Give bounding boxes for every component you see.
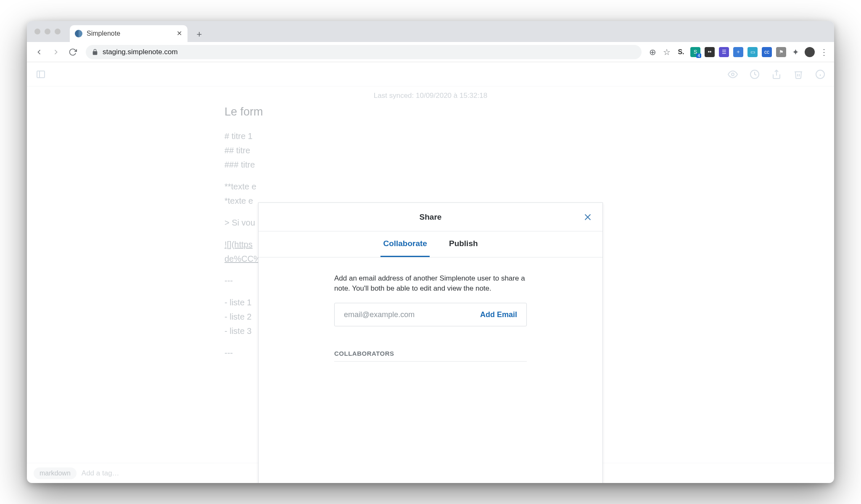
browser-toolbar: staging.simplenote.com ⊕ ☆ S. S4 •• ☰ ＋ … [27,42,834,62]
modal-header: Share [259,203,602,231]
address-bar[interactable]: staging.simplenote.com [86,45,642,59]
collaborators-heading: COLLABORATORS [334,350,527,362]
svg-rect-0 [37,71,45,78]
back-button[interactable] [32,45,46,59]
note-link[interactable]: ![](https [224,240,253,249]
sync-status: Last synced: 10/09/2020 à 15:32:18 [27,87,834,103]
email-input-row: Add Email [334,303,527,326]
modal-body: Add an email address of another Simpleno… [259,257,602,362]
trash-icon[interactable] [793,69,804,80]
browser-tab-strip: Simplenote ✕ + [27,21,834,42]
traffic-light-zoom[interactable] [55,29,61,34]
url-text: staging.simplenote.com [103,48,178,56]
share-icon[interactable] [771,69,782,80]
star-icon[interactable]: ☆ [662,47,672,57]
tab-close-icon[interactable]: ✕ [177,31,182,37]
profile-avatar-icon[interactable] [805,47,815,57]
close-icon[interactable] [582,212,593,223]
share-modal: Share Collaborate Publish Add an email a… [258,202,603,483]
preview-icon[interactable] [727,69,738,80]
ext-s-icon[interactable]: S. [676,47,686,57]
browser-window: Simplenote ✕ + staging.simplenote.com ⊕ … [27,21,834,483]
forward-button[interactable] [49,45,63,59]
info-icon[interactable] [815,69,826,80]
note-line: **texte e [224,180,637,193]
add-email-button[interactable]: Add Email [480,310,517,319]
simplenote-favicon-icon [75,30,82,37]
browser-menu-icon[interactable]: ⋮ [819,47,829,57]
ext-flickr-icon[interactable]: •• [705,47,715,57]
add-page-icon[interactable]: ⊕ [647,47,658,57]
add-tag-input[interactable]: Add a tag… [82,469,119,478]
extensions-puzzle-icon[interactable]: ✦ [790,47,800,57]
browser-tab[interactable]: Simplenote ✕ [70,25,188,42]
tab-collaborate[interactable]: Collaborate [380,231,430,257]
ext-add-icon[interactable]: ＋ [733,47,743,57]
tab-publish[interactable]: Publish [446,231,481,257]
app-content: Last synced: 10/09/2020 à 15:32:18 Le fo… [27,87,834,483]
svg-point-2 [732,73,734,76]
share-description: Add an email address of another Simpleno… [334,273,527,294]
toggle-sidebar-icon[interactable] [35,69,46,80]
note-link[interactable]: de%CC% [224,254,261,263]
note-line: # titre 1 [224,130,637,142]
note-title: Le form [224,103,637,121]
extension-icons: ⊕ ☆ S. S4 •• ☰ ＋ ▭ cc ⚑ ✦ ⋮ [647,47,829,57]
note-line: ## titre [224,144,637,157]
traffic-light-close[interactable] [34,29,40,34]
ext-todo-icon[interactable]: ☰ [719,47,729,57]
history-icon[interactable] [749,69,760,80]
ext-cc-icon[interactable]: cc [762,47,772,57]
modal-title: Share [420,213,442,222]
modal-tabs: Collaborate Publish [259,231,602,257]
email-field[interactable] [344,310,480,319]
ext-styler-icon[interactable]: S4 [690,47,700,57]
traffic-light-minimize[interactable] [45,29,50,34]
note-line: ### titre [224,158,637,171]
browser-tab-title: Simplenote [87,30,172,37]
app-toolbar [27,62,834,87]
reload-button[interactable] [66,45,80,59]
lock-icon [92,49,98,55]
ext-flag-icon[interactable]: ⚑ [776,47,786,57]
window-controls [31,21,66,42]
ext-video-icon[interactable]: ▭ [747,47,758,57]
new-tab-button[interactable]: + [192,27,207,42]
tag-pill[interactable]: markdown [34,467,77,479]
